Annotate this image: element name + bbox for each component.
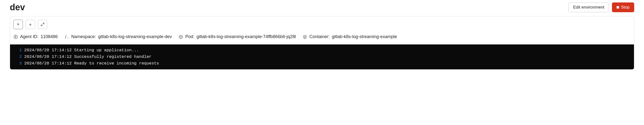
- log-line-text: 2024/08/20 17:14:12 Ready to receive inc…: [24, 60, 159, 67]
- header-actions: Edit environment Stop: [568, 2, 634, 12]
- cube-icon: [178, 35, 183, 39]
- arrow-up-icon: [28, 22, 32, 26]
- log-line-text: 2024/08/20 17:14:12 Starting up applicat…: [24, 47, 139, 53]
- log-line-number: 1: [14, 47, 22, 53]
- svg-point-3: [30, 23, 30, 23]
- expand-button[interactable]: [38, 20, 47, 29]
- svg-line-8: [65, 35, 66, 39]
- svg-point-9: [67, 38, 67, 38]
- pod-value: gitlab-k8s-log-streaming-example-74ffb86…: [196, 33, 296, 40]
- container-label: Container:: [309, 33, 330, 40]
- log-line: 32024/08/20 17:14:12 Ready to receive in…: [10, 60, 634, 67]
- log-toolbar: [14, 20, 630, 29]
- pod-label: Pod:: [185, 33, 194, 40]
- scroll-to-top-button[interactable]: [26, 20, 35, 29]
- layers-icon: [303, 35, 307, 39]
- namespace-icon: [64, 35, 69, 39]
- scroll-to-bottom-button[interactable]: [14, 20, 23, 29]
- page-title: dev: [10, 2, 25, 12]
- page-header: dev Edit environment Stop: [10, 2, 634, 12]
- log-output: 12024/08/20 17:14:12 Starting up applica…: [10, 44, 634, 69]
- svg-marker-13: [303, 35, 306, 37]
- svg-point-10: [68, 38, 68, 38]
- stop-icon: [616, 6, 619, 8]
- namespace-value: gitlab-k8s-log-streaming-example-dev: [98, 33, 172, 40]
- agent-icon: [14, 35, 18, 39]
- container-value: gitlab-k8s-log-streaming-example: [332, 33, 397, 40]
- log-line: 22024/08/20 17:14:12 Successfully regist…: [10, 53, 634, 60]
- agent-id-label: Agent ID:: [20, 33, 38, 40]
- log-line: 12024/08/20 17:14:12 Starting up applica…: [10, 47, 634, 53]
- resource-meta: Agent ID: 1108486 Namespace: gitlab-k8s-…: [14, 33, 630, 40]
- namespace-label: Namespace:: [71, 33, 96, 40]
- edit-environment-label: Edit environment: [573, 5, 604, 10]
- arrow-down-icon: [16, 22, 20, 26]
- agent-id: Agent ID: 1108486: [14, 33, 58, 40]
- expand-icon: [40, 22, 44, 26]
- stop-button[interactable]: Stop: [612, 2, 634, 12]
- log-line-text: 2024/08/20 17:14:12 Successfully registe…: [24, 53, 152, 60]
- log-panel-top: Agent ID: 1108486 Namespace: gitlab-k8s-…: [10, 16, 634, 44]
- log-panel: Agent ID: 1108486 Namespace: gitlab-k8s-…: [10, 16, 634, 70]
- svg-point-1: [18, 26, 18, 26]
- namespace: Namespace: gitlab-k8s-log-streaming-exam…: [64, 33, 172, 40]
- container: Container: gitlab-k8s-log-streaming-exam…: [303, 33, 397, 40]
- edit-environment-button[interactable]: Edit environment: [568, 2, 609, 12]
- stop-label: Stop: [621, 5, 630, 10]
- agent-id-value: 1108486: [40, 33, 58, 40]
- pod: Pod: gitlab-k8s-log-streaming-example-74…: [178, 33, 296, 40]
- log-line-number: 3: [14, 60, 22, 67]
- log-line-number: 2: [14, 53, 22, 60]
